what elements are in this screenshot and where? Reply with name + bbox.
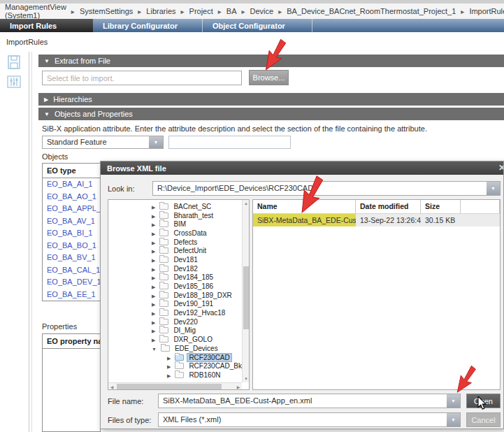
dialog-title-bar[interactable]: Browse XML file ✕ — [101, 161, 503, 175]
tree-expand-icon[interactable] — [167, 362, 175, 370]
tree-folder-row[interactable]: DI_Mig — [108, 326, 241, 336]
tree-folder-row[interactable]: Dev181 — [108, 255, 241, 264]
folder-icon — [159, 247, 168, 254]
tree-folder-row[interactable]: Dev184_185 — [108, 273, 241, 282]
eo-property-header: EO property name — [43, 334, 100, 349]
dropdown-arrow-icon[interactable]: ▼ — [487, 182, 500, 195]
scroll-down-icon[interactable]: ▼ — [243, 375, 250, 382]
tree-folder-row[interactable]: Dev182 — [108, 264, 241, 273]
section-header-extract[interactable]: ▼ Extract from File — [38, 55, 504, 67]
dropdown-arrow-icon[interactable]: ▼ — [447, 394, 460, 408]
eo-type-row[interactable]: EO_BA_AV_1 — [43, 215, 100, 228]
eo-type-row[interactable]: EO_BA_CAL_1 — [43, 264, 100, 277]
section-header-hierarchies[interactable]: ▶ Hierarchies — [38, 93, 504, 106]
column-header-name[interactable]: Name — [253, 200, 356, 213]
cancel-button[interactable]: Cancel — [466, 412, 501, 427]
column-header-size[interactable]: Size — [421, 200, 461, 213]
tree-expand-icon[interactable] — [167, 371, 175, 379]
tree-folder-row[interactable]: Dev220 — [108, 317, 241, 326]
scroll-left-icon[interactable]: ◀ — [108, 383, 115, 390]
tree-expand-icon[interactable] — [152, 265, 159, 273]
collapse-arrow-icon: ▼ — [44, 58, 50, 64]
folder-tree: BACnet_SC Bharath_test BIM Cr — [108, 199, 250, 390]
section-header-objects-properties[interactable]: ▼ Objects and Properties — [38, 108, 504, 120]
tree-folder-row[interactable]: Defects — [108, 238, 241, 247]
folder-icon — [159, 213, 168, 219]
tree-expand-icon[interactable] — [152, 256, 159, 264]
tree-expand-icon[interactable] — [152, 247, 159, 254]
tree-folder-row[interactable]: BACnet_SC — [108, 202, 241, 211]
folder-icon — [175, 372, 184, 378]
folder-icon — [159, 274, 168, 280]
tree-expand-icon[interactable] — [152, 309, 159, 317]
column-header-extra — [461, 200, 500, 213]
tree-expand-icon[interactable] — [152, 220, 159, 228]
scroll-up-icon[interactable]: ▲ — [243, 200, 250, 207]
eo-type-table: EO type EO_BA_AI_1 EO_BA_AO_1 EO_BA_APPL… — [42, 163, 101, 301]
tree-expand-icon[interactable] — [152, 238, 159, 246]
scrollbar-thumb[interactable] — [117, 384, 222, 389]
tree-expand-icon[interactable] — [152, 336, 159, 343]
tree-folder-row[interactable]: RDB160N — [108, 370, 241, 380]
folder-icon — [175, 363, 184, 369]
tree-folder-row[interactable]: Dev185_186 — [108, 282, 241, 291]
files-of-type-combobox[interactable]: XML Files (*.xml) ▼ — [158, 412, 461, 427]
folder-icon — [159, 292, 168, 298]
tree-folder-row[interactable]: CrossData — [108, 229, 241, 238]
eo-type-row[interactable]: EO_BA_APPL_Room — [43, 203, 100, 215]
scroll-right-icon[interactable]: ▶ — [235, 383, 242, 390]
tree-expand-icon[interactable] — [152, 318, 159, 326]
feature-select[interactable]: Standard Feature ▼ — [42, 136, 164, 149]
tree-folder-row[interactable]: Dev188_189_DXR — [108, 291, 241, 300]
tree-folder-row[interactable]: DefectUnit — [108, 246, 241, 255]
attribute-description-input[interactable] — [168, 136, 291, 149]
tree-expand-icon[interactable] — [152, 300, 159, 308]
browse-button[interactable]: Browse... — [249, 70, 289, 85]
tree-folder-row[interactable]: RCF230CAD — [108, 353, 241, 362]
properties-label: Properties — [42, 322, 77, 331]
tree-expand-icon[interactable] — [152, 345, 161, 352]
file-list-header: Name Date modified Size — [253, 200, 500, 214]
tree-folder-row[interactable]: BIM — [108, 219, 241, 229]
dropdown-arrow-icon[interactable]: ▼ — [447, 413, 460, 426]
tree-vertical-scrollbar[interactable]: ▲ ▼ — [242, 200, 249, 382]
filter-sliders-icon[interactable] — [6, 74, 22, 89]
tree-expand-icon[interactable] — [152, 273, 159, 281]
tree-folder-row[interactable]: Dev190_191 — [108, 300, 241, 309]
tree-folder-row[interactable]: Bharath_test — [108, 211, 241, 220]
file-name-cell-highlighted[interactable]: SiBX-MetaData_BA_EDE-Cus... — [253, 214, 356, 226]
tree-expand-icon[interactable] — [152, 291, 159, 299]
file-name-combobox[interactable]: SiBX-MetaData_BA_EDE-Cust-App_en.xml ▼ — [158, 394, 461, 408]
file-list: Name Date modified Size SiBX-MetaData_BA… — [252, 199, 501, 390]
tree-folder-row[interactable]: DXR_GOLO — [108, 335, 241, 344]
attribute-description-text: SiB-X application attribute. Enter the a… — [42, 124, 427, 133]
scrollbar-thumb[interactable] — [243, 266, 249, 329]
eo-type-row[interactable]: EO_BA_DEV_1 — [43, 276, 100, 289]
tree-folder-row[interactable]: EDE_Devices — [108, 344, 241, 353]
eo-type-row[interactable]: EO_BA_BI_1 — [43, 227, 100, 240]
column-header-date[interactable]: Date modified — [356, 200, 421, 213]
tree-expand-icon[interactable] — [167, 354, 175, 361]
eo-type-row[interactable]: EO_BA_EE_1 — [43, 289, 100, 301]
tree-expand-icon[interactable] — [152, 229, 159, 237]
eo-type-row[interactable]: EO_BA_BV_1 — [43, 252, 100, 264]
dropdown-arrow-icon[interactable]: ▼ — [149, 136, 163, 148]
save-icon[interactable] — [6, 55, 22, 70]
open-button[interactable]: Open — [466, 394, 501, 408]
tree-expand-icon[interactable] — [152, 326, 159, 334]
tree-expand-icon[interactable] — [152, 282, 159, 290]
tree-folder-row[interactable]: RCF230CAD_Bkp — [108, 361, 241, 370]
tree-folder-row[interactable]: Dev192_Hvac18 — [108, 308, 241, 317]
tree-expand-icon[interactable] — [152, 203, 159, 210]
close-icon[interactable]: ✕ — [498, 163, 503, 173]
eo-type-row[interactable]: EO_BA_BO_1 — [43, 240, 100, 252]
file-list-row[interactable]: SiBX-MetaData_BA_EDE-Cus... 13-Sep-22 13… — [253, 214, 500, 226]
eo-type-row[interactable]: EO_BA_AI_1 — [43, 178, 100, 191]
tree-horizontal-scrollbar[interactable]: ◀ ▶ — [108, 382, 242, 389]
import-file-input[interactable] — [42, 71, 242, 85]
eo-type-row[interactable]: EO_BA_AO_1 — [43, 191, 100, 203]
look-in-combobox[interactable]: R:\Device_Import\EDE_Devices\RCF230CAD ▼ — [152, 181, 501, 196]
eo-type-header: EO type — [43, 164, 100, 178]
tree-expand-icon[interactable] — [152, 212, 159, 219]
folder-icon — [161, 345, 170, 352]
